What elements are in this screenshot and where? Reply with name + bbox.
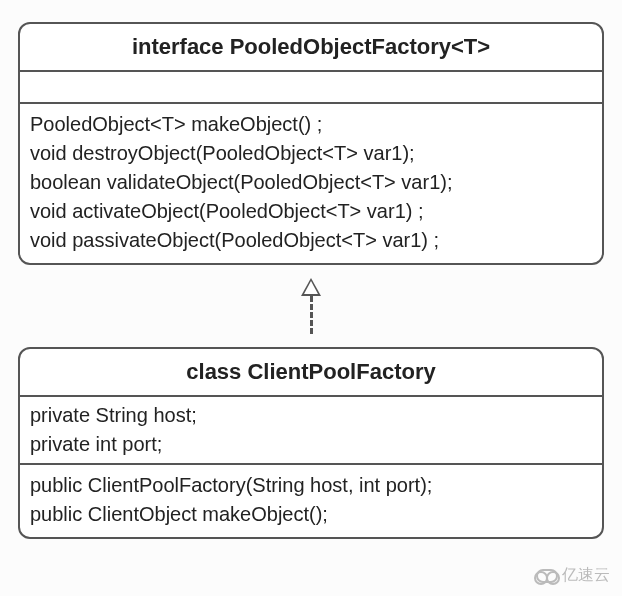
class-attribute: private String host; <box>30 401 592 430</box>
class-title: class ClientPoolFactory <box>20 349 602 397</box>
interface-methods-section: PooledObject<T> makeObject() ; void dest… <box>20 104 602 263</box>
interface-title: interface PooledObjectFactory<T> <box>20 24 602 72</box>
watermark-text: 亿速云 <box>562 565 610 586</box>
interface-method: void destroyObject(PooledObject<T> var1)… <box>30 139 592 168</box>
interface-method: void passivateObject(PooledObject<T> var… <box>30 226 592 255</box>
watermark-cloud-icon <box>536 569 558 583</box>
interface-box: interface PooledObjectFactory<T> PooledO… <box>18 22 604 265</box>
class-method: public ClientObject makeObject(); <box>30 500 592 529</box>
arrow-head-icon <box>301 278 321 296</box>
interface-method: boolean validateObject(PooledObject<T> v… <box>30 168 592 197</box>
class-methods-section: public ClientPoolFactory(String host, in… <box>20 465 602 537</box>
class-box: class ClientPoolFactory private String h… <box>18 347 604 539</box>
interface-method: void activateObject(PooledObject<T> var1… <box>30 197 592 226</box>
interface-method: PooledObject<T> makeObject() ; <box>30 110 592 139</box>
class-attributes-section: private String host; private int port; <box>20 397 602 465</box>
class-attribute: private int port; <box>30 430 592 459</box>
class-method: public ClientPoolFactory(String host, in… <box>30 471 592 500</box>
arrow-shaft-icon <box>310 296 313 334</box>
watermark: 亿速云 <box>536 565 610 586</box>
interface-attributes-empty <box>20 72 602 104</box>
realization-arrow <box>10 273 612 339</box>
